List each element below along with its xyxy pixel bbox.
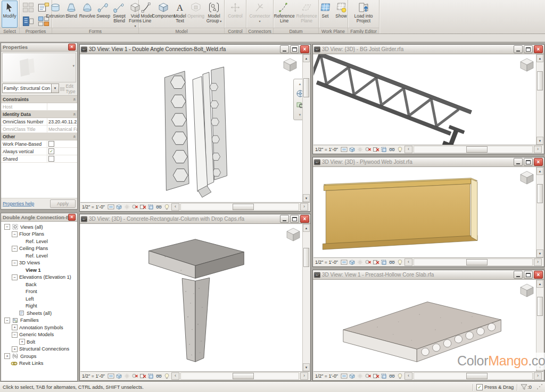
vertical-scrollbar[interactable]: ▲▼ (536, 54, 543, 145)
load-into-project-button[interactable]: Load into Project (351, 1, 376, 28)
window-titlebar[interactable]: RVT 3D View: {3D} - Concrete-Rectangular… (80, 214, 310, 224)
crop-off-icon[interactable] (139, 204, 146, 210)
scroll-right-button[interactable]: › (300, 372, 308, 380)
chevron-down-icon[interactable]: ▼ (299, 113, 302, 116)
crop-off-icon[interactable] (373, 146, 379, 153)
expand-minus-icon[interactable]: − (12, 332, 18, 338)
minimize-button[interactable] (280, 45, 289, 53)
scrollbar-thumb[interactable] (537, 297, 543, 316)
property-group-identity-data[interactable]: Identity Data« (1, 111, 77, 118)
sun-icon[interactable] (123, 204, 130, 210)
scroll-left-button[interactable]: ‹ (171, 203, 179, 211)
scroll-up-button[interactable]: ▲ (303, 224, 310, 232)
visual-style-icon[interactable] (349, 259, 356, 265)
view-canvas[interactable]: ▲▼ (80, 224, 310, 371)
property-value[interactable]: 23.20.40.11.21 (47, 118, 77, 125)
expand-minus-icon[interactable]: − (4, 318, 10, 323)
scrollbar-thumb[interactable] (303, 78, 309, 97)
reference-line-button[interactable]: Reference Line (274, 1, 295, 28)
property-group-other[interactable]: Other« (1, 133, 77, 140)
expand-plus-icon[interactable]: + (12, 324, 18, 330)
crop-region-icon[interactable] (147, 204, 154, 210)
resize-grip[interactable] (536, 384, 542, 390)
visual-style-icon[interactable] (349, 146, 356, 153)
viewcube[interactable] (285, 227, 301, 243)
scroll-left-button[interactable]: ‹ (404, 146, 412, 153)
close-icon[interactable]: × (68, 214, 76, 221)
sweep-button[interactable]: Sweep (95, 1, 111, 28)
model-double-angle-connection[interactable] (80, 54, 310, 202)
restore-button[interactable] (524, 271, 533, 279)
model-bg-joist-girder[interactable] (313, 54, 543, 145)
viewcube[interactable] (519, 170, 535, 186)
view-scale-label[interactable]: 1/2" = 1'-0" (82, 204, 105, 210)
vertical-scrollbar-track[interactable] (303, 62, 310, 194)
scroll-left-button[interactable]: ‹ (404, 372, 412, 380)
preview-expand-icon[interactable]: ▾ (72, 64, 75, 68)
property-value[interactable]: ✓ (47, 148, 77, 155)
vertical-scrollbar-track[interactable] (536, 175, 543, 249)
checkbox-shared[interactable] (48, 156, 54, 162)
properties-panel-header[interactable]: Properties × (1, 43, 77, 52)
tree-item-elevations-elevation-1[interactable]: −Elevations (Elevation 1) (1, 274, 77, 281)
crop-off-icon[interactable] (373, 259, 379, 265)
scroll-right-button[interactable]: › (534, 372, 542, 380)
window-titlebar[interactable]: RVT 3D View: View 1 - Double Angle Conne… (80, 45, 310, 54)
scroll-right-button[interactable]: › (300, 203, 308, 211)
visual-style-icon[interactable] (115, 373, 122, 379)
temporary-hide-icon[interactable] (155, 373, 162, 379)
window-titlebar[interactable]: RVT 3D View: {3D} - Plywood Web Joist.rf… (313, 157, 544, 167)
type-selector-dropdown[interactable]: Family: Structural Con ▼ (2, 84, 59, 93)
shadows-off-icon[interactable] (131, 204, 138, 210)
reveal-hidden-icon[interactable] (163, 373, 170, 379)
temporary-hide-icon[interactable] (389, 259, 395, 265)
shadows-off-icon[interactable] (365, 146, 371, 153)
window-titlebar[interactable]: RVT 3D View: View 1 - Precast-Hollow Cor… (313, 270, 544, 280)
scrollbar-thumb[interactable] (233, 204, 254, 210)
detail-level-icon[interactable] (341, 373, 348, 379)
tree-item-ceiling-plans[interactable]: −Ceiling Plans (1, 245, 77, 253)
tree-item-left[interactable]: Left (1, 295, 77, 303)
project-browser-header[interactable]: Double Angle Connection-Bolt_W... × (1, 213, 77, 222)
apply-button[interactable]: Apply (50, 199, 76, 208)
extrusion-button[interactable]: Extrusion (47, 1, 63, 28)
expand-minus-icon[interactable]: − (12, 246, 18, 252)
tree-item-front[interactable]: Front (1, 288, 77, 296)
scroll-left-button[interactable]: ‹ (171, 372, 179, 380)
scrollbar-thumb[interactable] (537, 71, 543, 90)
expand-minus-icon[interactable]: − (12, 274, 18, 280)
horizontal-scrollbar[interactable] (414, 258, 533, 266)
tree-item-view-1[interactable]: View 1 (1, 266, 77, 274)
viewcube[interactable] (519, 282, 535, 298)
model-plywood-web-joist[interactable] (313, 167, 543, 257)
scrollbar-thumb[interactable] (466, 259, 488, 265)
shadows-off-icon[interactable] (365, 259, 371, 265)
shadows-off-icon[interactable] (131, 373, 138, 379)
close-button[interactable]: × (300, 215, 309, 223)
sun-icon[interactable] (357, 259, 364, 265)
reveal-hidden-icon[interactable] (397, 259, 403, 265)
scrollbar-thumb[interactable] (233, 373, 254, 379)
viewcube[interactable] (282, 57, 298, 73)
scroll-down-button[interactable]: ▼ (303, 194, 310, 202)
temporary-hide-icon[interactable] (155, 204, 162, 210)
set-button[interactable]: Set (317, 1, 333, 28)
expand-minus-icon[interactable]: − (4, 224, 10, 230)
tree-item-sheets-all[interactable]: Sheets (all) (1, 310, 77, 317)
checkbox-work-plane-based[interactable] (48, 141, 54, 147)
tree-item-back[interactable]: Back (1, 281, 77, 288)
scroll-right-button[interactable]: › (534, 146, 542, 153)
crop-off-icon[interactable] (373, 373, 379, 379)
vertical-scrollbar-track[interactable] (536, 62, 543, 137)
sun-icon[interactable] (123, 373, 130, 379)
press-drag-checkbox[interactable]: ✓ (476, 384, 483, 390)
property-group-constraints[interactable]: Constraints« (1, 96, 77, 103)
vertical-scrollbar[interactable]: ▲▼ (302, 224, 310, 371)
expand-plus-icon[interactable]: + (19, 339, 25, 345)
tree-item-3d-views[interactable]: −3D Views (1, 260, 77, 267)
minimize-button[interactable] (514, 45, 523, 53)
scroll-left-button[interactable]: ‹ (404, 258, 412, 266)
crop-region-icon[interactable] (381, 259, 387, 265)
checkbox-always-vertical[interactable]: ✓ (48, 148, 54, 154)
view-canvas[interactable]: ▲▼ (313, 167, 543, 257)
